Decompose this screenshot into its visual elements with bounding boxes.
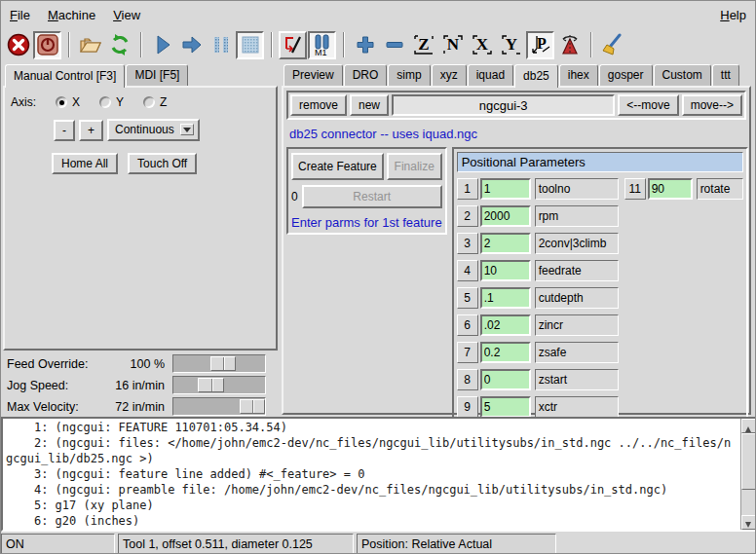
view-z-rotated-button[interactable]: N — [438, 31, 467, 59]
param-row: 8zstart — [457, 369, 743, 390]
pause-button[interactable] — [207, 31, 235, 59]
tab-custom[interactable]: Custom — [654, 64, 711, 86]
param-entry-toolno[interactable] — [480, 178, 531, 200]
param-entry-feedrate[interactable] — [480, 260, 531, 281]
log-scrollbar[interactable] — [740, 419, 755, 530]
axis-radio-x[interactable]: X — [56, 95, 80, 109]
skip-lines-button[interactable] — [279, 31, 307, 59]
pause-icon — [209, 33, 233, 56]
jog-mode-dropdown[interactable]: Continuous — [107, 119, 200, 141]
scroll-up-icon[interactable] — [741, 419, 756, 433]
param-entry-rpm[interactable] — [480, 205, 531, 227]
positional-parameters-frame: Positional Parameters 1toolno11rotate2rp… — [452, 147, 748, 450]
view-x-button[interactable]: X — [468, 31, 496, 59]
jog-minus-button[interactable]: - — [54, 120, 75, 141]
position-status: Position: Relative Actual — [357, 534, 556, 554]
zoom-out-button[interactable] — [380, 31, 408, 59]
view-z-rotated-icon: N — [441, 33, 465, 56]
jog-speed-slider-handle[interactable] — [198, 378, 223, 392]
tab-gosper[interactable]: gosper — [599, 64, 653, 86]
touch-off-button[interactable]: Touch Off — [128, 153, 197, 174]
jog-plus-button[interactable]: + — [79, 120, 103, 141]
run-button[interactable] — [148, 31, 176, 59]
subroutine-description: db25 connector -- uses iquad.ngc — [289, 127, 744, 141]
stop-button[interactable] — [236, 31, 264, 59]
machine-power-button[interactable] — [33, 31, 61, 59]
axis-radio-y[interactable]: Y — [99, 95, 124, 109]
jog-speed-slider[interactable] — [172, 376, 266, 394]
param-entry-2conv|3climb[interactable] — [480, 233, 531, 254]
reload-button[interactable] — [105, 31, 133, 59]
tab-dro[interactable]: DRO — [344, 64, 388, 86]
new-button[interactable]: new — [350, 94, 389, 116]
menu-bar: File Machine View Help — [1, 1, 755, 28]
param-number: 1 — [457, 178, 478, 200]
clear-plot-button[interactable] — [598, 31, 626, 59]
axis-radio-z[interactable]: Z — [143, 95, 167, 109]
ngcgui-name-entry[interactable] — [392, 94, 615, 116]
param-name: xctr — [535, 396, 619, 418]
param-entry-zincr[interactable] — [480, 314, 531, 336]
scrollbar-thumb[interactable] — [741, 433, 756, 490]
param-name: rotate — [697, 178, 743, 200]
param-number: 11 — [624, 178, 646, 200]
menu-machine[interactable]: Machine — [39, 3, 104, 27]
reload-icon — [108, 33, 132, 56]
tab-iquad[interactable]: iquad — [468, 64, 513, 86]
move-left-button[interactable]: <--move — [618, 94, 678, 116]
param-entry-zstart[interactable] — [480, 369, 531, 390]
finalize-button[interactable]: Finalize — [387, 153, 442, 180]
view-y-icon: Y — [500, 33, 523, 56]
tab-preview[interactable]: Preview — [284, 64, 343, 86]
svg-text:Z: Z — [418, 35, 429, 54]
stop-icon — [239, 33, 262, 56]
param-row: 1toolno11rotate — [457, 178, 743, 200]
max-velocity-slider[interactable] — [172, 397, 266, 416]
param-entry-rotate[interactable] — [648, 178, 693, 200]
ngcgui-controls: remove new <--move move--> — [286, 91, 746, 120]
step-button[interactable] — [177, 31, 206, 59]
tab-simp[interactable]: simp — [388, 64, 430, 86]
view-z-button[interactable]: Z — [409, 31, 437, 59]
view-y-button[interactable]: Y — [497, 31, 525, 59]
gcode-log-area[interactable]: 1: (ngcgui: FEATURE 110701:05.34.54) 2: … — [1, 417, 756, 532]
open-file-button[interactable] — [76, 31, 104, 59]
radio-y-indicator[interactable] — [99, 96, 111, 108]
home-all-button[interactable]: Home All — [52, 153, 118, 174]
radio-x-indicator[interactable] — [56, 96, 67, 108]
scroll-down-icon[interactable] — [741, 515, 756, 530]
remove-button[interactable]: remove — [290, 94, 347, 116]
zoom-in-button[interactable] — [351, 31, 379, 59]
radio-z-indicator[interactable] — [143, 96, 155, 108]
ngcgui-panel: PreviewDROsimpxyziquaddb25ihexgosperCust… — [282, 61, 753, 417]
restart-button[interactable]: Restart — [302, 185, 442, 208]
param-entry-zsafe[interactable] — [480, 342, 531, 363]
feed-override-slider-handle[interactable] — [210, 356, 236, 371]
move-right-button[interactable]: move--> — [682, 94, 742, 116]
menu-file[interactable]: File — [1, 3, 39, 27]
param-name: rpm — [535, 205, 619, 227]
param-entry-xctr[interactable] — [480, 396, 531, 418]
create-feature-button[interactable]: Create Feature — [291, 153, 384, 180]
estop-button[interactable] — [4, 31, 32, 59]
tab-ihex[interactable]: ihex — [559, 64, 598, 86]
param-entry-cutdepth[interactable] — [480, 287, 531, 309]
tab-xyz[interactable]: xyz — [432, 64, 467, 86]
feed-override-slider[interactable] — [172, 354, 266, 373]
feed-override-value: 100 % — [93, 357, 172, 371]
tab-manual-control[interactable]: Manual Control [F3] — [5, 64, 125, 88]
menu-help[interactable]: Help — [711, 3, 755, 27]
param-name: cutdepth — [535, 287, 619, 309]
max-velocity-slider-handle[interactable] — [240, 399, 265, 414]
optional-pause-button[interactable]: M1 — [308, 31, 336, 59]
tab-ttt[interactable]: ttt — [712, 64, 739, 86]
rotate-view-button[interactable] — [555, 31, 584, 59]
param-number: 4 — [457, 260, 478, 281]
tab-db25[interactable]: db25 — [514, 64, 558, 88]
max-velocity-row: Max Velocity: 72 in/min — [3, 396, 278, 417]
toolbar-separator — [68, 32, 70, 57]
tab-mdi[interactable]: MDI [F5] — [126, 64, 188, 86]
view-perspective-button[interactable]: P — [526, 31, 554, 59]
radio-x-label: X — [72, 95, 80, 109]
menu-view[interactable]: View — [104, 3, 149, 27]
